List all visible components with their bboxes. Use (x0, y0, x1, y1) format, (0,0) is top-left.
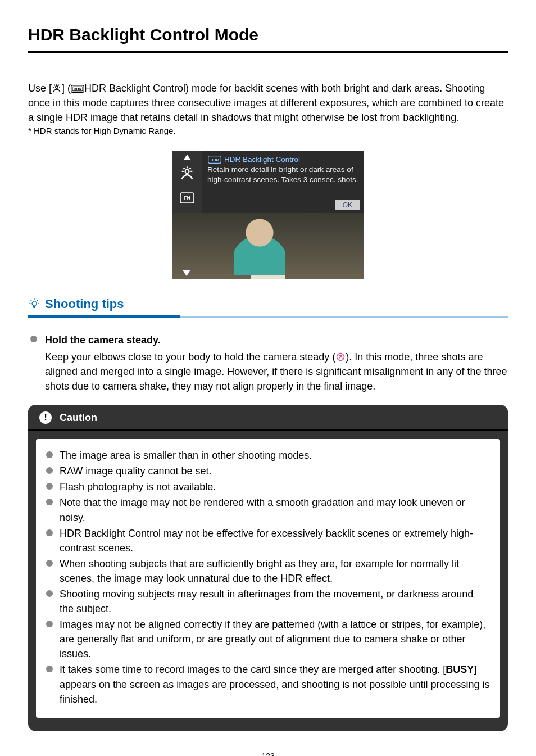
tip-item: Hold the camera steady. (30, 333, 508, 347)
hdr-badge-icon: HDR (71, 85, 84, 93)
caution-item: It takes some time to record images to t… (46, 662, 490, 706)
silent-mode-icon (179, 192, 195, 204)
caution-item: Flash photography is not available. (46, 479, 490, 494)
svg-line-13 (183, 168, 184, 169)
intro-prefix: Use [ (28, 83, 52, 94)
intro-body: HDR Backlight Control) mode for backlit … (28, 83, 504, 123)
bullet-icon (46, 590, 53, 597)
bullet-icon (46, 451, 53, 458)
down-arrow-icon (183, 270, 190, 276)
svg-line-4 (54, 84, 55, 85)
page-number: 123 (28, 750, 508, 756)
bullet-icon (30, 336, 37, 342)
svg-point-9 (185, 169, 189, 173)
svg-line-5 (58, 84, 59, 85)
up-arrow-icon (183, 155, 191, 160)
backlight-mode-icon (179, 166, 195, 180)
bullet-icon (46, 467, 53, 474)
bullet-icon (46, 666, 53, 672)
lcd-right-panel: HDR HDR Backlight Control Retain more de… (202, 151, 364, 213)
caution-item: The image area is smaller than in other … (46, 448, 490, 463)
hdr-badge-icon: HDR (207, 156, 222, 164)
sample-person-placeholder (234, 219, 285, 275)
caution-item: RAW image quality cannot be set. (46, 464, 490, 478)
caution-last-before: It takes some time to record images to t… (60, 664, 446, 675)
caution-heading: ! Caution (28, 405, 508, 431)
caution-item: Shooting moving subjects may result in a… (46, 587, 490, 616)
svg-point-0 (56, 85, 58, 88)
tip-title: Hold the camera steady. (45, 333, 161, 347)
svg-line-22 (31, 300, 32, 301)
svg-text:HDR: HDR (210, 158, 219, 162)
bullet-icon (46, 621, 53, 627)
caution-text: Images may not be aligned correctly if t… (60, 617, 490, 661)
tip-body-before: Keep your elbows close to your body to h… (45, 351, 335, 363)
caution-item: When shooting subjects that are sufficie… (46, 556, 490, 586)
caution-last-bold: BUSY (446, 664, 474, 675)
lcd-title: HDR Backlight Control (224, 155, 300, 165)
svg-text:HDR: HDR (74, 87, 81, 91)
intro-footnote: * HDR stands for High Dynamic Range. (28, 126, 508, 138)
svg-line-14 (189, 168, 190, 169)
bullet-icon (46, 499, 53, 505)
tip-body: Keep your elbows close to your body to h… (45, 350, 508, 393)
caution-text: HDR Backlight Control may not be effecti… (60, 526, 490, 555)
lightbulb-icon (28, 298, 40, 310)
caution-heading-text: Caution (60, 410, 97, 425)
caution-text: RAW image quality cannot be set. (60, 464, 211, 478)
caution-text: When shooting subjects that are sufficie… (60, 556, 490, 586)
caution-body: The image area is smaller than in other … (36, 439, 500, 718)
bullet-icon (46, 529, 53, 536)
caution-item: Note that the image may not be rendered … (46, 495, 490, 524)
tips-heading-text: Shooting tips (45, 295, 124, 313)
tips-heading: Shooting tips (28, 295, 180, 316)
caution-text: Note that the image may not be rendered … (60, 495, 490, 524)
svg-rect-15 (180, 193, 194, 203)
svg-line-23 (37, 300, 38, 301)
caution-item: HDR Backlight Control may not be effecti… (46, 526, 490, 555)
lcd-ok-button: OK (335, 200, 360, 210)
bullet-icon (46, 483, 53, 490)
intro-mid: ] ( (62, 83, 71, 94)
caution-item: Images may not be aligned correctly if t… (46, 617, 490, 661)
caution-text: Flash photography is not available. (60, 479, 216, 494)
svg-point-18 (32, 301, 37, 306)
page-title: HDR Backlight Control Mode (28, 22, 508, 53)
lcd-desc: Retain more detail in bright or dark are… (207, 165, 359, 185)
bullet-icon (46, 560, 53, 567)
caution-text: The image area is smaller than in other … (60, 448, 312, 463)
caution-icon: ! (39, 411, 52, 424)
divider (28, 141, 508, 141)
intro-paragraph: Use [] (HDRHDR Backlight Control) mode f… (28, 81, 508, 125)
caution-box: ! Caution The image area is smaller than… (28, 405, 508, 731)
cross-ref-link[interactable] (335, 352, 346, 362)
lcd-left-panel (172, 151, 202, 213)
caution-text: Shooting moving subjects may result in a… (60, 587, 490, 616)
tips-underline (28, 316, 508, 318)
caution-text: It takes some time to record images to t… (60, 662, 490, 706)
lcd-sample-photo (172, 213, 364, 279)
backlight-mode-icon (52, 84, 62, 93)
camera-lcd-illustration: HDR HDR Backlight Control Retain more de… (172, 151, 364, 279)
